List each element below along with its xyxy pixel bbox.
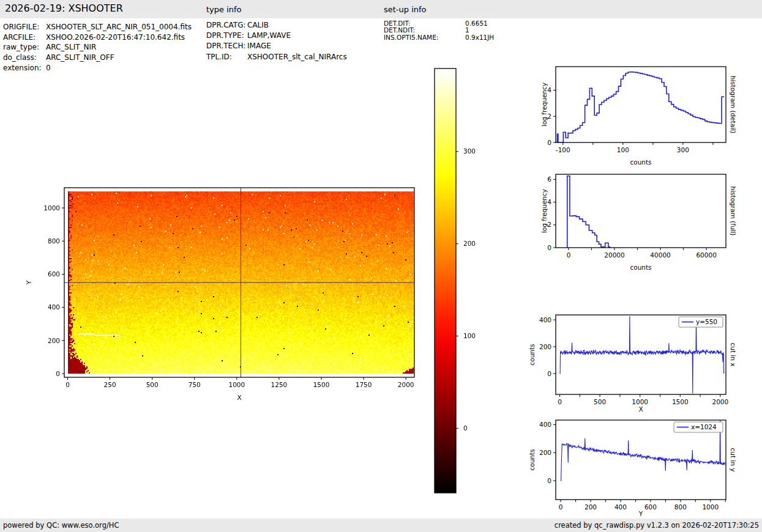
svg-text:4: 4 — [547, 198, 551, 205]
dpr-catg-row: DPR.CATG:CALIB — [206, 20, 347, 31]
cut-in-x-plot: 05001000150020000200400y=550 — [522, 306, 760, 420]
svg-text:100: 100 — [463, 332, 476, 339]
svg-text:400: 400 — [48, 303, 60, 311]
main-xlabel: X — [237, 394, 241, 401]
svg-text:1250: 1250 — [271, 381, 288, 388]
histogram-detail-plot: -100100300024 — [522, 58, 760, 168]
setup-info-heading: set-up info — [384, 5, 427, 14]
main-image-axes: 0250500750100012501500175020000200400600… — [31, 179, 448, 403]
svg-text:300: 300 — [677, 146, 689, 153]
svg-text:1500: 1500 — [672, 398, 689, 405]
svg-text:60000: 60000 — [696, 251, 716, 259]
file-info-block: ORIGFILE:XSHOOTER_SLT_ARC_NIR_051_0004.f… — [3, 22, 192, 73]
svg-text:300: 300 — [463, 147, 476, 155]
svg-text:0: 0 — [56, 370, 60, 377]
svg-text:4: 4 — [547, 86, 551, 94]
svg-text:2: 2 — [547, 221, 551, 228]
dpr-type-row: DPR.TYPE:LAMP,WAVE — [206, 31, 347, 41]
svg-text:1000: 1000 — [228, 381, 245, 388]
svg-text:0: 0 — [547, 370, 551, 377]
arcfile-row: ARCFILE:XSHOO.2026-02-20T16:47:10.642.fi… — [3, 32, 192, 43]
cut-x-ylabel: counts — [528, 344, 536, 365]
svg-text:600: 600 — [48, 270, 60, 278]
svg-text:y=550: y=550 — [696, 318, 717, 325]
svg-text:200: 200 — [463, 240, 476, 247]
svg-text:400: 400 — [539, 316, 551, 323]
svg-text:0: 0 — [547, 244, 551, 251]
rawtype-row: raw_type:ARC_SLIT_NIR — [3, 42, 192, 53]
cut-in-y-plot: 020040060080010000200400x=1024 — [522, 412, 760, 525]
cut-x-xlabel: X — [638, 405, 643, 413]
svg-text:800: 800 — [674, 503, 687, 511]
svg-text:1750: 1750 — [356, 381, 372, 388]
hist-detail-ylabel: log frequency — [540, 83, 548, 127]
svg-text:6: 6 — [547, 175, 551, 183]
svg-text:500: 500 — [594, 398, 606, 405]
svg-text:250: 250 — [104, 381, 116, 388]
hist-full-xlabel: counts — [630, 264, 651, 271]
svg-text:20000: 20000 — [604, 251, 624, 259]
svg-text:0: 0 — [567, 251, 571, 259]
cut-x-right-label: cut in x — [730, 342, 737, 366]
svg-text:0: 0 — [558, 398, 562, 405]
svg-text:0: 0 — [547, 139, 551, 146]
svg-text:-100: -100 — [556, 146, 570, 153]
svg-text:2000: 2000 — [712, 398, 728, 405]
svg-text:0: 0 — [65, 381, 70, 388]
setup-info-block: DET.DIT:0.6651 DET.NDIT:1 INS.OPTI5.NAME… — [384, 20, 494, 41]
svg-text:x=1024: x=1024 — [691, 423, 717, 430]
svg-text:500: 500 — [146, 381, 159, 388]
svg-text:1000: 1000 — [632, 398, 648, 405]
svg-text:200: 200 — [48, 337, 60, 344]
hist-detail-right-label: histogram (detail) — [730, 76, 737, 133]
svg-text:0: 0 — [463, 424, 468, 432]
hist-detail-xlabel: counts — [630, 158, 651, 166]
colorbar-axes: 0100200300 — [432, 65, 475, 497]
svg-text:100: 100 — [617, 146, 629, 153]
doclass-row: do_class:ARC_SLIT_NIR_OFF — [3, 53, 192, 63]
page-title: 2026-02-19: XSHOOTER — [5, 2, 123, 14]
main-ylabel: Y — [25, 281, 32, 284]
svg-text:600: 600 — [644, 503, 657, 511]
type-info-block: DPR.CATG:CALIB DPR.TYPE:LAMP,WAVE DPR.TE… — [206, 20, 347, 62]
cut-y-ylabel: counts — [528, 449, 536, 470]
origfile-row: ORIGFILE:XSHOOTER_SLT_ARC_NIR_051_0004.f… — [3, 22, 192, 32]
tpl-id-row: TPL.ID:XSHOOTER_slt_cal_NIRArcs — [206, 52, 347, 62]
svg-text:400: 400 — [614, 503, 627, 511]
svg-text:1000: 1000 — [43, 204, 60, 212]
extension-row: extension:0 — [3, 63, 192, 73]
svg-text:0: 0 — [559, 503, 563, 511]
cut-y-right-label: cut in y — [730, 448, 737, 471]
svg-text:200: 200 — [539, 343, 551, 350]
type-info-heading: type info — [206, 5, 242, 14]
svg-text:400: 400 — [539, 421, 551, 428]
svg-text:750: 750 — [189, 381, 201, 388]
svg-text:2000: 2000 — [398, 381, 414, 388]
svg-text:200: 200 — [539, 449, 551, 456]
svg-text:2: 2 — [547, 113, 551, 120]
histogram-full-plot: 02000040000600000246 — [522, 166, 760, 273]
ins-opti5-row: INS.OPTI5.NAME:0.9x11JH — [384, 34, 494, 41]
footer-powered-by: powered by QC: www.eso.org/HC — [3, 519, 119, 532]
svg-text:1500: 1500 — [313, 381, 330, 388]
header-bar: 2026-02-19: XSHOOTER type info set-up in… — [0, 0, 762, 18]
cut-y-xlabel: Y — [639, 510, 643, 517]
svg-text:200: 200 — [585, 503, 597, 511]
dpr-tech-row: DPR.TECH:IMAGE — [206, 41, 347, 51]
hist-full-ylabel: log frequency — [540, 189, 548, 233]
svg-text:40000: 40000 — [650, 251, 670, 259]
svg-text:0: 0 — [547, 477, 551, 484]
svg-text:1000: 1000 — [702, 503, 719, 511]
hist-full-right-label: histogram (full) — [730, 187, 737, 236]
svg-text:800: 800 — [48, 237, 60, 245]
